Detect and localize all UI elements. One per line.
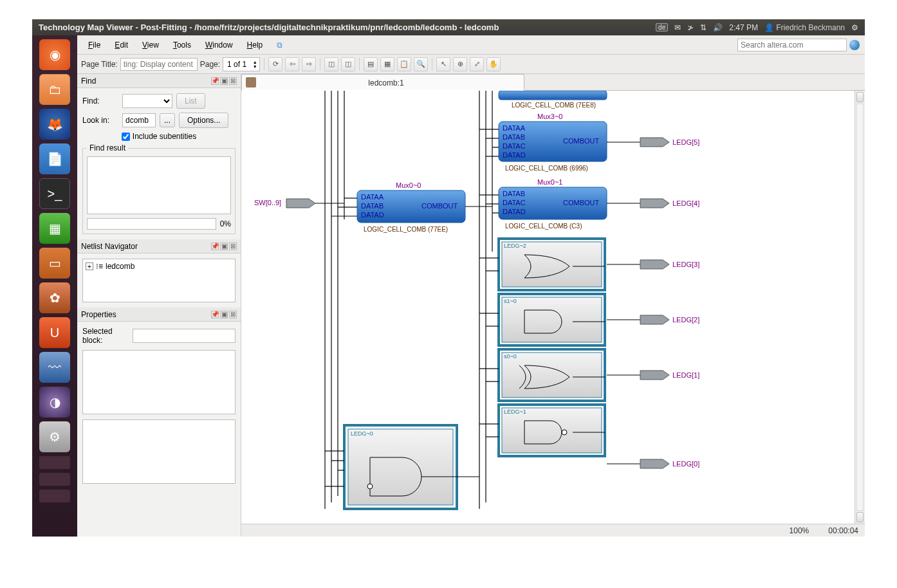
menu-extra-icon[interactable]: ⧉ [271, 38, 288, 52]
close-panel-icon[interactable]: ⊠ [229, 77, 237, 85]
cell-ledg0-big[interactable]: LEDG~0 [344, 425, 457, 509]
svg-text:LEDG[4]: LEDG[4] [672, 199, 699, 207]
tb-copy-icon[interactable]: 📋 [397, 57, 411, 71]
tb-forward-icon[interactable]: ⇨ [302, 57, 316, 71]
output-LEDG[4][interactable]: LEDG[4] [607, 199, 699, 208]
volume-icon[interactable]: 🔊 [713, 23, 723, 32]
globe-icon[interactable] [849, 40, 860, 50]
output-LEDG[0][interactable]: LEDG[0] [607, 459, 699, 468]
tb-prev-icon[interactable]: ◫ [324, 57, 338, 71]
close-panel-icon[interactable]: ⊠ [229, 243, 237, 250]
navigator-panel-header[interactable]: Netlist Navigator 📌▣⊠ [77, 239, 241, 253]
vertical-scrollbar[interactable] [855, 91, 865, 524]
find-panel-header[interactable]: Find 📌▣⊠ [77, 74, 241, 88]
menu-edit[interactable]: Edit [109, 38, 134, 52]
svg-text:LEDG[2]: LEDG[2] [672, 316, 699, 324]
user-menu[interactable]: 👤 Friedrich Beckmann [764, 23, 845, 32]
tb-zoomin-icon[interactable]: ⊕ [453, 57, 467, 71]
svg-text:LOGIC_CELL_COMB (7EE8): LOGIC_CELL_COMB (7EE8) [512, 102, 596, 109]
input-pad[interactable]: SW[0..9] [254, 199, 344, 208]
mail-icon[interactable]: ✉ [674, 23, 681, 32]
menu-window[interactable]: Window [199, 38, 239, 52]
rollup-icon[interactable]: ▣ [220, 77, 228, 85]
launcher-photos-icon[interactable]: ✿ [39, 282, 70, 313]
tb-pointer-icon[interactable]: ↖ [436, 57, 450, 71]
cell-gate-0[interactable]: LEDG~2 [499, 239, 605, 290]
cell-gate-2[interactable]: s0~0 [499, 349, 605, 401]
svg-marker-84 [640, 199, 669, 208]
output-LEDG[1][interactable]: LEDG[1] [607, 371, 699, 380]
launcher-running-3[interactable] [39, 490, 70, 502]
launcher-wireshark-icon[interactable]: 〰 [39, 352, 70, 383]
cell-mux0-1[interactable]: Mux0~1 DATAB DATAC DATAD COMBOUT LOGIC_C… [499, 178, 607, 230]
bluetooth-icon[interactable]: ≯ [687, 23, 694, 32]
tb-find-icon[interactable]: 🔍 [414, 57, 428, 71]
include-subentities-checkbox[interactable] [122, 133, 130, 141]
properties-panel-header[interactable]: Properties 📌▣⊠ [77, 308, 241, 322]
lookin-input[interactable] [122, 113, 156, 127]
output-LEDG[3][interactable]: LEDG[3] [607, 260, 699, 269]
browse-button[interactable]: ... [160, 113, 175, 127]
rollup-icon[interactable]: ▣ [220, 311, 228, 318]
tb-refresh-icon[interactable]: ⟳ [268, 57, 282, 71]
launcher-running-2[interactable] [39, 473, 70, 486]
tb-zoomfit-icon[interactable]: ⤢ [470, 57, 484, 71]
clock[interactable]: 2:47 PM [729, 23, 758, 32]
gear-icon[interactable]: ⚙ [851, 23, 858, 32]
scroll-down-icon[interactable] [856, 512, 864, 522]
menu-file[interactable]: File [82, 38, 106, 52]
cell-mux0-0[interactable]: Mux0~0 DATAA DATAB DATAD COMBOUT LOGIC_C… [357, 181, 465, 233]
selected-block-input[interactable] [133, 329, 236, 343]
cell-gate-3[interactable]: LEDG~1 [499, 405, 605, 456]
tb-layout2-icon[interactable]: ▦ [380, 57, 394, 71]
search-input[interactable] [737, 39, 847, 51]
launcher-usc-icon[interactable]: U [39, 317, 70, 348]
menu-help[interactable]: Help [241, 38, 269, 52]
output-LEDG[5][interactable]: LEDG[5] [607, 138, 699, 147]
netlist-tree[interactable]: + ⁝≡ ledcomb [82, 259, 236, 302]
pin-icon[interactable]: 📌 [211, 311, 219, 318]
launcher-firefox-icon[interactable]: 🦊 [39, 109, 70, 140]
menu-view[interactable]: View [136, 38, 165, 52]
options-button[interactable]: Options... [179, 113, 228, 128]
svg-text:LOGIC_CELL_COMB (6996): LOGIC_CELL_COMB (6996) [505, 165, 588, 172]
tb-next-icon[interactable]: ◫ [341, 57, 355, 71]
tree-root[interactable]: ledcomb [106, 262, 134, 271]
launcher-disk-icon[interactable]: ⚙ [39, 421, 70, 452]
pin-icon[interactable]: 📌 [211, 77, 219, 85]
cell-gate-1[interactable]: s1~0 [499, 294, 605, 345]
launcher-terminal-icon[interactable]: >_ [39, 178, 70, 209]
rollup-icon[interactable]: ▣ [220, 243, 228, 250]
page-select[interactable]: 1 of 1 [223, 60, 250, 69]
launcher-impress-icon[interactable]: ▭ [39, 248, 70, 279]
launcher-files-icon[interactable]: 🗀 [39, 74, 70, 105]
launcher-calc-icon[interactable]: ▦ [39, 213, 70, 244]
output-LEDG[2][interactable]: LEDG[2] [607, 315, 699, 324]
tb-hand-icon[interactable]: ✋ [486, 57, 501, 71]
list-button[interactable]: List [176, 93, 205, 109]
find-combo[interactable] [122, 94, 172, 108]
page-label: Page: [200, 60, 220, 69]
cell-top-partial[interactable]: LOGIC_CELL_COMB (7EE8) [499, 91, 607, 109]
page-title-input[interactable] [120, 58, 198, 71]
pin-icon[interactable]: 📌 [211, 243, 219, 250]
svg-text:LEDG[3]: LEDG[3] [672, 261, 699, 268]
schematic-canvas[interactable]: SW[0..9] LOGIC_CELL_COMB (7EE8) Mux0~0 D… [241, 91, 855, 524]
keyboard-indicator[interactable]: de [656, 23, 668, 32]
cell-mux3-0[interactable]: Mux3~0 DATAA DATAB DATAC DATAD COMBOUT L… [499, 113, 607, 172]
tb-back-icon[interactable]: ⇦ [285, 57, 299, 71]
system-indicators[interactable]: de ✉ ≯ ⇅ 🔊 2:47 PM 👤 Friedrich Beckmann … [656, 23, 858, 32]
close-panel-icon[interactable]: ⊠ [229, 311, 237, 318]
launcher-eclipse-icon[interactable]: ◑ [39, 387, 70, 418]
tab-ledcomb[interactable]: ledcomb:1 [241, 74, 524, 91]
tb-layout1-icon[interactable]: ▤ [364, 57, 378, 71]
svg-text:COMBOUT: COMBOUT [563, 199, 600, 207]
tree-expand-icon[interactable]: + [86, 262, 93, 270]
launcher-running-1[interactable] [39, 456, 70, 469]
network-icon[interactable]: ⇅ [700, 23, 707, 32]
menu-tools[interactable]: Tools [167, 38, 197, 52]
scroll-up-icon[interactable] [856, 92, 864, 102]
find-result-list[interactable] [87, 156, 231, 214]
launcher-writer-icon[interactable]: 📄 [39, 143, 70, 174]
launcher-dash-icon[interactable]: ◉ [39, 39, 70, 70]
